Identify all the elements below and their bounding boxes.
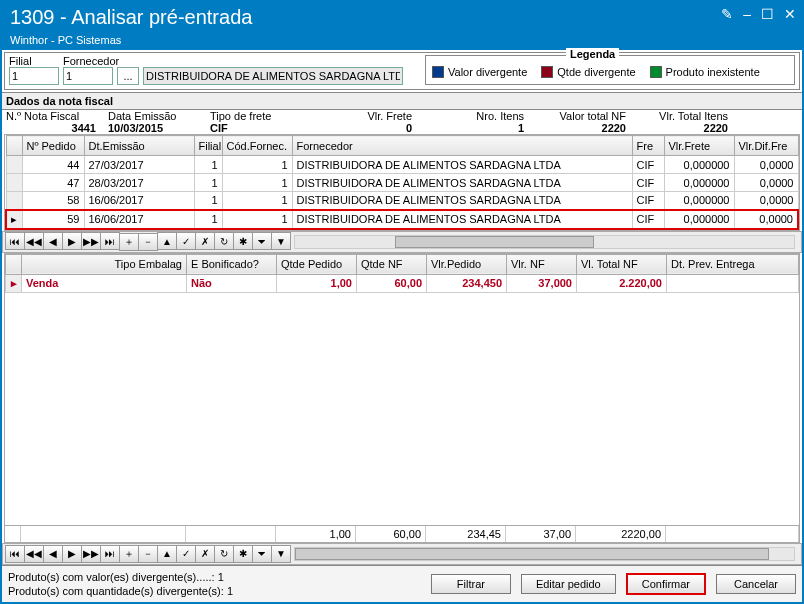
nf-itens-label: Nro. Itens [424, 110, 524, 122]
nav-button[interactable]: ◀◀ [24, 545, 44, 563]
cell-vdif: 0,0000 [734, 192, 798, 210]
table-row[interactable]: 4728/03/201711DISTRIBUIDORA DE ALIMENTOS… [6, 174, 798, 192]
nav-button[interactable]: ✗ [195, 545, 215, 563]
col2-vnf[interactable]: Vlr. NF [507, 254, 577, 274]
col2-vped[interactable]: Vlr.Pedido [427, 254, 507, 274]
cell-vnf: 37,000 [507, 274, 577, 292]
swatch-prod-icon [650, 66, 662, 78]
filtrar-button[interactable]: Filtrar [431, 574, 511, 594]
nav-button[interactable]: ✗ [195, 232, 215, 250]
cell-forn: DISTRIBUIDORA DE ALIMENTOS SARDAGNA LTDA [292, 210, 632, 229]
nav-button[interactable]: ✓ [176, 232, 196, 250]
editar-pedido-button[interactable]: Editar pedido [521, 574, 616, 594]
col2-ind[interactable] [6, 254, 22, 274]
nf-vtot: 2220 [536, 122, 626, 134]
hscroll2[interactable] [294, 547, 795, 561]
nav-button[interactable]: ▶▶ [81, 545, 101, 563]
col2-qnf[interactable]: Qtde NF [357, 254, 427, 274]
total-vped: 234,45 [426, 526, 506, 542]
footer: Produto(s) com valor(es) divergente(s)..… [2, 565, 802, 602]
edit-icon[interactable]: ✎ [721, 6, 733, 22]
nav-button[interactable]: ▼ [271, 545, 291, 563]
row-indicator-icon [6, 156, 22, 174]
nav-button[interactable]: ▲ [157, 232, 177, 250]
nav-button[interactable]: ⏮ [5, 545, 25, 563]
col-codfornec[interactable]: Cód.Fornec. [222, 136, 292, 156]
minimize-icon[interactable]: – [743, 6, 751, 22]
col2-tipo[interactable]: Tipo Embalag [22, 254, 187, 274]
hscroll[interactable] [294, 235, 795, 249]
cell-forn: DISTRIBUIDORA DE ALIMENTOS SARDAGNA LTDA [292, 174, 632, 192]
window-controls: ✎ – ☐ ✕ [721, 6, 796, 22]
nf-vfrete: 0 [312, 122, 412, 134]
nav-button[interactable]: ◀ [43, 232, 63, 250]
table-row[interactable]: ▸ Venda Não 1,00 60,00 234,450 37,000 2.… [6, 274, 799, 292]
cell-qped: 1,00 [277, 274, 357, 292]
col2-qped[interactable]: Qtde Pedido [277, 254, 357, 274]
swatch-qtde-icon [541, 66, 553, 78]
col-dtemissao[interactable]: Dt.Emissão [84, 136, 194, 156]
col-indicator[interactable] [6, 136, 22, 156]
nav-button[interactable]: ＋ [119, 545, 139, 563]
nf-vitens: 2220 [638, 122, 728, 134]
fornecedor-code-input[interactable] [63, 67, 113, 85]
content-area: Filial Fornecedor ... Legenda Valor dive… [2, 50, 802, 602]
maximize-icon[interactable]: ☐ [761, 6, 774, 22]
nav-button[interactable]: ▶ [62, 232, 82, 250]
nf-itens: 1 [424, 122, 524, 134]
nav-button[interactable]: ✱ [233, 232, 253, 250]
cell-vdif: 0,0000 [734, 210, 798, 229]
nav-button[interactable]: ◀◀ [24, 232, 44, 250]
nav-button[interactable]: － [138, 233, 158, 251]
total-vtot: 2220,00 [576, 526, 666, 542]
nav-button[interactable]: ⏭ [100, 545, 120, 563]
lookup-button[interactable]: ... [117, 67, 139, 85]
col-vlrdif[interactable]: Vlr.Dif.Fre [734, 136, 798, 156]
cancelar-button[interactable]: Cancelar [716, 574, 796, 594]
nav-button[interactable]: ⏷ [252, 545, 272, 563]
nav-button[interactable]: ＋ [119, 233, 139, 251]
nav-button[interactable]: ↻ [214, 232, 234, 250]
nav-button[interactable]: ⏷ [252, 232, 272, 250]
nav-button[interactable]: － [138, 545, 158, 563]
nav-button[interactable]: ⏭ [100, 232, 120, 250]
col-fornecedor[interactable]: Fornecedor [292, 136, 632, 156]
msg-valor-divergente: Produto(s) com valor(es) divergente(s)..… [8, 570, 288, 584]
nav-button[interactable]: ↻ [214, 545, 234, 563]
row-indicator-icon [6, 174, 22, 192]
cell-vdif: 0,0000 [734, 174, 798, 192]
nav-button[interactable]: ▶ [62, 545, 82, 563]
cell-tipo: Venda [22, 274, 187, 292]
nf-data: 10/03/2015 [108, 122, 198, 134]
cell-fre: CIF [632, 192, 664, 210]
col-vlrfrete[interactable]: Vlr.Frete [664, 136, 734, 156]
nav-button[interactable]: ▲ [157, 545, 177, 563]
section-header: Dados da nota fiscal [2, 92, 802, 110]
col-fre[interactable]: Fre [632, 136, 664, 156]
cell-cod: 1 [222, 156, 292, 174]
col-filial[interactable]: Filial [194, 136, 222, 156]
cell-qnf: 60,00 [357, 274, 427, 292]
items-grid: Tipo Embalag E Bonificado? Qtde Pedido Q… [4, 253, 800, 544]
col2-bon[interactable]: E Bonificado? [187, 254, 277, 274]
confirmar-button[interactable]: Confirmar [626, 573, 706, 595]
nav-button[interactable]: ▼ [271, 232, 291, 250]
nav-button[interactable]: ✱ [233, 545, 253, 563]
table-row[interactable]: 4427/03/201711DISTRIBUIDORA DE ALIMENTOS… [6, 156, 798, 174]
col-pedido[interactable]: Nº Pedido [22, 136, 84, 156]
nav-button[interactable]: ◀ [43, 545, 63, 563]
nav-button[interactable]: ✓ [176, 545, 196, 563]
col2-vtot[interactable]: Vl. Total NF [577, 254, 667, 274]
total-qnf: 60,00 [356, 526, 426, 542]
nav-button[interactable]: ▶▶ [81, 232, 101, 250]
close-icon[interactable]: ✕ [784, 6, 796, 22]
row-indicator-icon: ▸ [6, 274, 22, 292]
cell-ped: 59 [22, 210, 84, 229]
legend-prod: Produto inexistente [666, 66, 760, 78]
table-row[interactable]: ▸5916/06/201711DISTRIBUIDORA DE ALIMENTO… [6, 210, 798, 229]
filial-input[interactable] [9, 67, 59, 85]
cell-vtot: 2.220,00 [577, 274, 667, 292]
table-row[interactable]: 5816/06/201711DISTRIBUIDORA DE ALIMENTOS… [6, 192, 798, 210]
col2-dt[interactable]: Dt. Prev. Entrega [667, 254, 799, 274]
nav-button[interactable]: ⏮ [5, 232, 25, 250]
